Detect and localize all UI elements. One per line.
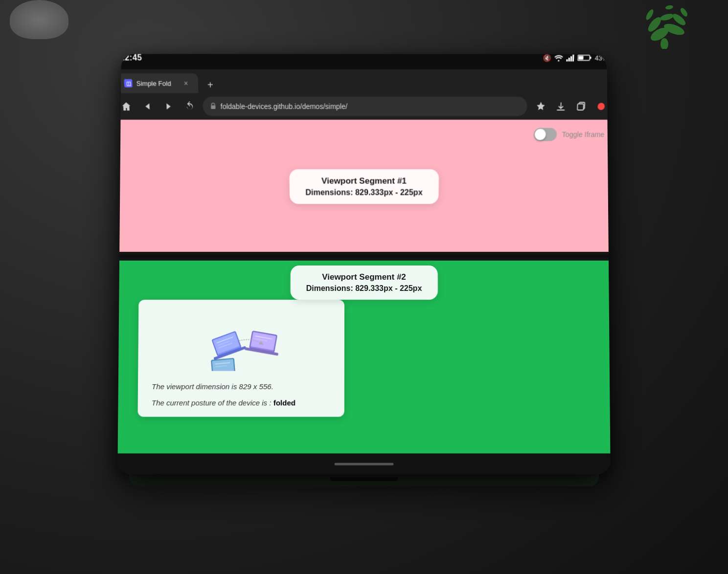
tab-bar: ◫ Simple Fold × +	[117, 69, 611, 93]
refresh-button[interactable]	[182, 98, 198, 115]
battery-icon	[577, 54, 592, 62]
foldable-device: 12:45 🔇	[117, 54, 611, 474]
address-bar-row: foldable-devices.github.io/demos/simple/	[117, 93, 611, 120]
info-card: The viewport dimension is 829 x 556. The…	[137, 300, 344, 417]
active-tab[interactable]: ◫ Simple Fold ×	[117, 73, 198, 93]
laptop-illustration	[192, 309, 291, 374]
tab-switcher-button[interactable]	[572, 98, 590, 115]
bottom-notch	[330, 477, 398, 481]
status-icons: 🔇	[543, 54, 608, 62]
toggle-iframe-control[interactable]: Toggle Iframe	[534, 128, 605, 141]
segment2-card: Viewport Segment #2 Dimensions: 829.333p…	[291, 265, 438, 300]
url-text: foldable-devices.github.io/demos/simple/	[220, 102, 520, 110]
web-content-segment1: Toggle Iframe Viewport Segment #1 Dimens…	[117, 120, 611, 252]
battery-percent: 43%	[594, 54, 608, 62]
home-button[interactable]	[118, 98, 135, 115]
add-tab-button[interactable]: +	[202, 77, 219, 93]
download-button[interactable]	[552, 98, 569, 115]
browser-chrome: ◫ Simple Fold × +	[117, 69, 611, 120]
tab-title: Simple Fold	[136, 79, 177, 87]
lock-icon	[210, 102, 217, 111]
web-content-segment2: Viewport Segment #2 Dimensions: 829.333p…	[118, 261, 611, 453]
signal-icon	[566, 54, 574, 62]
svg-rect-12	[572, 55, 574, 62]
status-bar: 12:45 🔇	[117, 54, 611, 69]
svg-point-7	[679, 7, 689, 18]
screen-top: 12:45 🔇	[117, 54, 611, 252]
svg-point-8	[665, 5, 673, 10]
segment1-title: Viewport Segment #1	[305, 176, 423, 186]
fold-hinge	[119, 252, 609, 261]
address-bar[interactable]: foldable-devices.github.io/demos/simple/	[203, 97, 527, 116]
segment1-card: Viewport Segment #1 Dimensions: 829.333p…	[289, 169, 439, 204]
svg-rect-16	[211, 105, 215, 109]
svg-rect-11	[570, 56, 572, 62]
posture-text: The current posture of the device is : f…	[152, 398, 331, 407]
segment2-dimensions: Dimensions: 829.333px - 225px	[306, 284, 422, 293]
svg-point-6	[645, 8, 655, 21]
top-left-decoration	[10, 0, 68, 39]
wifi-icon	[554, 54, 563, 62]
posture-label: The current posture of the device is :	[152, 398, 272, 407]
tab-close-button[interactable]: ×	[181, 78, 191, 88]
svg-rect-17	[577, 104, 584, 110]
svg-point-18	[597, 103, 605, 110]
tab-favicon: ◫	[124, 79, 132, 88]
bottom-navigation	[117, 453, 611, 474]
svg-rect-9	[566, 59, 568, 61]
silent-icon: 🔇	[543, 54, 551, 62]
bookmark-button[interactable]	[532, 98, 549, 115]
home-indicator	[335, 463, 394, 465]
toggle-knob	[535, 129, 546, 140]
svg-point-5	[660, 13, 674, 22]
svg-rect-31	[212, 359, 234, 371]
svg-rect-14	[590, 57, 591, 59]
viewport-dimension-text: The viewport dimension is 829 x 556.	[152, 381, 331, 393]
status-time: 12:45	[120, 54, 142, 62]
screen-bottom: Viewport Segment #2 Dimensions: 829.333p…	[117, 261, 611, 474]
back-button[interactable]	[139, 98, 156, 115]
toggle-switch[interactable]	[534, 128, 557, 141]
device-wrapper: 12:45 🔇	[107, 52, 621, 522]
plant-decoration	[630, 0, 699, 49]
svg-rect-15	[578, 56, 584, 59]
svg-rect-10	[568, 58, 569, 61]
posture-value: folded	[273, 398, 296, 407]
toolbar-icons	[532, 98, 610, 115]
forward-button[interactable]	[160, 98, 177, 115]
svg-point-0	[660, 38, 668, 49]
segment1-dimensions: Dimensions: 829.333px - 225px	[305, 188, 423, 197]
record-button[interactable]	[592, 98, 610, 115]
toggle-label: Toggle Iframe	[562, 131, 605, 139]
segment2-title: Viewport Segment #2	[306, 272, 422, 282]
